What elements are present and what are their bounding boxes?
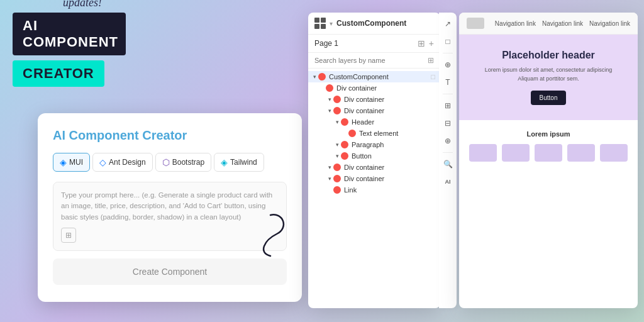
side-tool-component[interactable]: ⊕ xyxy=(441,58,454,71)
preview-hero-button[interactable]: Button xyxy=(531,91,567,105)
layer-item[interactable]: ▾Div container xyxy=(308,162,440,173)
create-component-button[interactable]: Create Component xyxy=(133,267,207,277)
layer-item[interactable]: ▾Paragraph xyxy=(308,139,440,150)
layer-name: Div container xyxy=(344,175,384,182)
layer-arrow-icon: ▾ xyxy=(328,175,331,182)
layer-dot-icon xyxy=(326,84,333,92)
side-tool-ai[interactable]: AI xyxy=(441,175,454,188)
side-tool-text[interactable]: T xyxy=(441,76,454,89)
preview-nav-link[interactable]: Navigation link xyxy=(495,20,536,27)
layer-arrow-icon: ▾ xyxy=(328,96,331,103)
layer-name: Div container xyxy=(336,84,377,92)
tab-mui[interactable]: ◈ MUI xyxy=(53,153,90,172)
layer-item[interactable]: ▾Div container xyxy=(308,105,440,116)
side-tool-frame[interactable]: □ xyxy=(441,35,454,48)
ant-icon: ◇ xyxy=(99,157,106,167)
figma-search-row[interactable]: ⊞ xyxy=(308,53,440,69)
preview-nav-link[interactable]: Navigation link xyxy=(589,20,630,27)
layer-dot-icon xyxy=(333,96,341,103)
tab-tailwind-label: Tailwind xyxy=(230,158,257,167)
layer-item[interactable]: ▾CustomComponent□ xyxy=(308,71,440,82)
badge-ai: AI COMPONENT xyxy=(13,13,126,55)
layer-dot-icon xyxy=(341,141,348,148)
layer-item[interactable]: ▾Button xyxy=(308,150,440,162)
preview-hero-title: Placeholder header xyxy=(469,50,628,61)
image-icon-glyph: ⊞ xyxy=(65,231,72,240)
figma-search-input[interactable] xyxy=(314,57,425,64)
preview-nav-links: Navigation linkNavigation linkNavigation… xyxy=(495,20,630,27)
preview-cards xyxy=(469,144,628,162)
layer-right-icons: □ xyxy=(431,73,435,80)
filter-icon[interactable]: ⊞ xyxy=(428,56,434,65)
side-divider-2 xyxy=(443,94,453,94)
image-upload-icon[interactable]: ⊞ xyxy=(61,228,76,243)
layer-name: Button xyxy=(352,152,372,160)
layer-item[interactable]: ▾Div container xyxy=(308,94,440,105)
layer-item[interactable]: ▾Div container xyxy=(308,82,440,94)
layer-item[interactable]: ▾Header xyxy=(308,116,440,128)
tailwind-icon: ◈ xyxy=(221,157,228,167)
layer-name: Link xyxy=(344,186,357,194)
preview-panel: Navigation linkNavigation linkNavigation… xyxy=(459,13,638,308)
tab-bootstrap-label: Bootstrap xyxy=(172,158,204,167)
layer-arrow-icon: ▾ xyxy=(328,164,331,170)
layer-name: Paragraph xyxy=(352,141,384,148)
layer-arrow-icon: ▾ xyxy=(336,119,339,125)
figma-page-name[interactable]: Page 1 xyxy=(314,39,338,48)
framework-tabs: ◈ MUI ◇ Ant Design ⬡ Bootstrap ◈ Tailwin… xyxy=(53,153,287,172)
layer-dot-icon xyxy=(348,130,356,137)
layer-name: Text element xyxy=(359,130,398,137)
layer-name: Header xyxy=(352,118,374,126)
layer-dot-icon xyxy=(333,186,341,194)
figma-header: ▾ CustomComponent xyxy=(308,13,440,35)
preview-card xyxy=(535,144,562,162)
layer-name: Div container xyxy=(344,96,384,103)
create-button-area[interactable]: Create Component xyxy=(53,258,287,285)
figma-side-toolbar: ↗ □ ⊕ T ⊞ ⊟ ⊕ 🔍 AI xyxy=(439,13,457,308)
preview-card xyxy=(502,144,530,162)
layer-dot-icon xyxy=(341,118,348,126)
figma-component-title: CustomComponent xyxy=(336,19,406,28)
exciting-updates-text: excitingupdates! xyxy=(63,0,644,11)
figma-grid-icon xyxy=(314,18,326,29)
figma-page-row: Page 1 ⊞ + xyxy=(308,35,440,53)
tab-mui-label: MUI xyxy=(69,158,83,167)
badge-creator: CREATOR xyxy=(13,60,104,87)
preview-navbar: Navigation linkNavigation linkNavigation… xyxy=(459,13,638,35)
preview-hero-section: Placeholder header Lorem ipsum dolor sit… xyxy=(459,35,638,120)
layer-item[interactable]: ▾Div container xyxy=(308,173,440,184)
side-tool-image[interactable]: ⊞ xyxy=(441,99,454,112)
layer-dot-icon xyxy=(333,175,341,182)
side-tool-layout[interactable]: ⊕ xyxy=(441,135,454,147)
prompt-placeholder-text: Type your prompt here... (e.g. Generate … xyxy=(61,190,279,223)
prompt-footer: ⊞ xyxy=(61,228,279,243)
layer-dot-icon xyxy=(341,152,348,160)
expand-icon[interactable]: ⊞ xyxy=(418,38,425,48)
tab-tailwind[interactable]: ◈ Tailwind xyxy=(214,153,264,172)
side-divider-1 xyxy=(443,53,453,53)
layer-arrow-icon: ▾ xyxy=(313,74,316,80)
hero-section: AI COMPONENT CREATOR xyxy=(0,0,138,126)
layer-eye-icon: □ xyxy=(431,73,435,80)
preview-nav-link[interactable]: Navigation link xyxy=(542,20,583,27)
layer-item[interactable]: ▾Link xyxy=(308,184,440,196)
preview-bottom-section: Lorem ipsum xyxy=(459,120,638,172)
side-tool-move[interactable]: ↗ xyxy=(441,18,454,30)
tab-bootstrap[interactable]: ⬡ Bootstrap xyxy=(155,153,211,172)
side-divider-3 xyxy=(443,152,453,153)
layer-name: Div container xyxy=(344,164,384,171)
mui-icon: ◈ xyxy=(60,157,67,167)
layer-item[interactable]: ▾Text element xyxy=(308,128,440,139)
preview-card xyxy=(567,144,595,162)
figma-chevron-icon: ▾ xyxy=(330,20,333,27)
layer-dot-icon xyxy=(318,73,326,80)
tab-ant-design[interactable]: ◇ Ant Design xyxy=(92,153,153,172)
layer-dot-icon xyxy=(333,164,341,171)
creator-card: AI Component Creator ◈ MUI ◇ Ant Design … xyxy=(38,113,302,302)
prompt-area: Type your prompt here... (e.g. Generate … xyxy=(53,182,287,251)
side-tool-search[interactable]: 🔍 xyxy=(441,158,454,170)
add-page-icon[interactable]: + xyxy=(429,38,434,48)
side-tool-grid[interactable]: ⊟ xyxy=(441,117,454,130)
layer-name: Div container xyxy=(344,107,384,114)
creator-card-title: AI Component Creator xyxy=(53,128,287,143)
